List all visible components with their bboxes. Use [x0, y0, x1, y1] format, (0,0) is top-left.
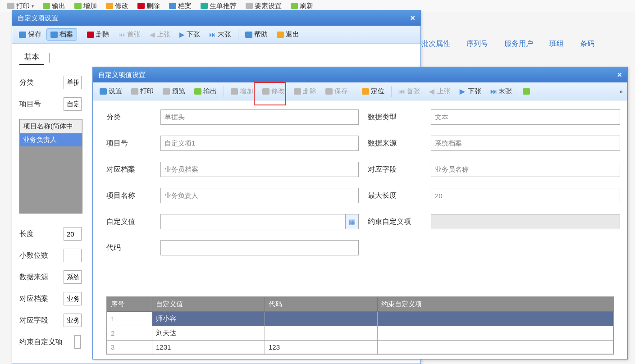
projno-label: 项目号	[19, 100, 58, 109]
tab-batch[interactable]: 批次属性	[421, 39, 450, 49]
next-icon: ▶	[179, 31, 185, 39]
print-button[interactable]: 打印	[127, 85, 158, 97]
last-icon: ⏭	[209, 31, 216, 38]
first-icon: ⏮	[398, 87, 405, 95]
dialog2-title: 自定义项值设置	[98, 71, 146, 79]
edit-button[interactable]: 修改	[258, 85, 289, 97]
cell-constraint	[378, 312, 613, 326]
save-button[interactable]: 保存	[321, 85, 352, 97]
file-label: 对应档案	[19, 294, 58, 304]
locate-button[interactable]: 定位	[358, 85, 388, 97]
separator	[391, 86, 392, 97]
file-label: 对应档案	[106, 165, 151, 174]
last-button[interactable]: ⏭末张	[205, 28, 235, 41]
prev-button[interactable]: ◀上张	[425, 85, 455, 97]
separator	[49, 53, 50, 63]
next-button[interactable]: ▶下张	[456, 85, 485, 97]
lookup-button[interactable]: ▦	[345, 214, 359, 229]
recommend-label: 生单推荐	[210, 2, 237, 10]
settings-button[interactable]: 设置	[96, 85, 126, 97]
custval-input[interactable]	[160, 214, 345, 229]
category-input[interactable]	[64, 76, 82, 89]
config-label: 要素设置	[255, 2, 282, 10]
add-button[interactable]: 增加	[227, 85, 257, 97]
constraint-label: 约束自定义项	[19, 337, 69, 347]
tab-barcode[interactable]: 条码	[580, 39, 594, 49]
exit-button[interactable]: 退出	[273, 28, 303, 41]
cell-seq: 1	[107, 312, 152, 326]
save-button[interactable]: 保存	[15, 28, 46, 41]
delete-button[interactable]: 删除	[290, 85, 320, 97]
datatype-label: 数据类型	[368, 113, 422, 122]
maxlen-label: 最大长度	[368, 191, 422, 200]
gear-icon	[100, 88, 107, 95]
help-icon	[245, 32, 252, 38]
custom-value-settings-dialog: 自定义项值设置 × 设置 打印 预览 输出 增加 修改 删除 保存 定位 ⏮首张…	[92, 67, 628, 359]
decimal-input[interactable]	[64, 249, 82, 262]
dropdown-icon: ▾	[32, 4, 34, 9]
dialog1-close-icon[interactable]: ×	[410, 14, 415, 23]
dialog2-body: 分类 数据类型 项目号 数据来源 对应档案 对应字段 项目名称 最大长度 自定义…	[93, 100, 627, 359]
form-grid: 分类 数据类型 项目号 数据来源 对应档案 对应字段 项目名称 最大长度 自定义…	[106, 109, 614, 255]
cell-seq: 3	[107, 341, 152, 354]
tab-service-user[interactable]: 服务用户	[504, 39, 533, 49]
delete-button[interactable]: 删除	[83, 28, 114, 41]
overflow-icon[interactable]: »	[617, 88, 625, 95]
length-input[interactable]	[64, 227, 82, 241]
archive-button[interactable]: 档案	[46, 28, 77, 41]
printer-icon	[7, 3, 14, 9]
last-icon: ⏭	[490, 87, 497, 95]
col-code[interactable]: 代码	[265, 297, 378, 312]
constraint-input[interactable]	[74, 335, 81, 349]
field-label: 对应字段	[368, 165, 422, 174]
datasrc-label: 数据来源	[19, 273, 58, 282]
cell-code	[265, 312, 378, 326]
col-seq[interactable]: 序号	[107, 297, 152, 312]
pencil-icon	[106, 3, 113, 9]
list-item[interactable]: 业务负责人	[20, 133, 82, 146]
help-button[interactable]: 帮助	[241, 28, 272, 41]
first-button[interactable]: ⏮首张	[114, 28, 145, 41]
gear-icon	[246, 3, 253, 9]
maxlen-input	[431, 188, 620, 203]
first-button[interactable]: ⏮首张	[394, 85, 424, 97]
dialog1-titlebar[interactable]: 自定义项设置 ×	[12, 10, 420, 26]
field-input[interactable]	[64, 314, 82, 327]
col-constraint[interactable]: 约束自定义项	[378, 297, 613, 312]
archive-icon	[169, 3, 176, 9]
separator	[355, 86, 355, 97]
field-label: 对应字段	[19, 316, 58, 325]
file-input[interactable]	[64, 292, 82, 305]
dialog1-toolbar: 保存 档案 删除 ⏮首张 ◀上张 ▶下张 ⏭末张 帮助 退出	[12, 26, 420, 44]
more-icon[interactable]	[523, 88, 530, 95]
list-header: 项目名称(简体中	[20, 119, 82, 133]
category-label: 分类	[106, 113, 151, 122]
separator	[519, 86, 519, 97]
last-button[interactable]: ⏭末张	[486, 85, 516, 97]
projno-label: 项目号	[106, 139, 151, 148]
pencil-icon	[262, 88, 270, 95]
projno-input[interactable]	[64, 97, 82, 111]
dialog1-title: 自定义项设置	[18, 14, 58, 23]
separator	[238, 29, 238, 40]
next-button[interactable]: ▶下张	[175, 28, 204, 41]
list-icon	[201, 3, 208, 9]
prev-button[interactable]: ◀上张	[146, 28, 174, 41]
custval-lookup: ▦	[160, 214, 359, 229]
dialog2-close-icon[interactable]: ×	[617, 70, 622, 80]
table-row[interactable]: 2刘天达	[107, 326, 613, 341]
tab-team[interactable]: 班组	[549, 39, 564, 49]
project-name-list[interactable]: 项目名称(简体中 业务负责人	[19, 119, 82, 214]
col-val[interactable]: 自定义值	[152, 297, 265, 312]
table-row[interactable]: 1师小容	[107, 312, 613, 326]
export-button[interactable]: 输出	[190, 85, 221, 97]
preview-button[interactable]: 预览	[159, 85, 189, 97]
tab-serial[interactable]: 序列号	[466, 39, 488, 49]
code-input[interactable]	[160, 240, 359, 255]
tab-basic[interactable]: 基本	[19, 50, 44, 65]
datasrc-input[interactable]	[64, 270, 82, 284]
refresh-icon	[291, 3, 298, 9]
table-row[interactable]: 31231123	[107, 341, 613, 354]
dialog2-titlebar[interactable]: 自定义项值设置 ×	[93, 67, 627, 82]
separator	[224, 86, 224, 97]
